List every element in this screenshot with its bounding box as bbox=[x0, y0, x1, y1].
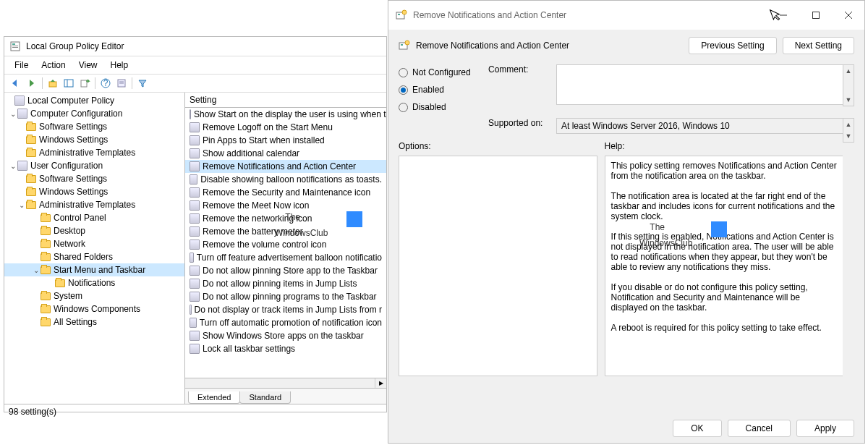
tab-extended[interactable]: Extended bbox=[188, 391, 240, 404]
setting-icon bbox=[190, 318, 197, 328]
scroll-up-button[interactable]: ▲ bbox=[843, 119, 854, 130]
tree-item[interactable]: All Settings bbox=[4, 315, 184, 329]
setting-row[interactable]: Remove the networking icon bbox=[185, 212, 386, 225]
setting-row[interactable]: Pin Apps to Start when installed bbox=[185, 134, 386, 147]
setting-icon bbox=[190, 344, 200, 354]
folder-icon bbox=[41, 240, 51, 248]
setting-row[interactable]: Remove the battery meter bbox=[185, 225, 386, 238]
setting-icon bbox=[190, 253, 194, 263]
computer-icon bbox=[17, 109, 27, 119]
tree-root[interactable]: Local Computer Policy bbox=[4, 94, 184, 107]
scroll-down-button[interactable]: ▼ bbox=[843, 94, 854, 106]
show-hide-tree-button[interactable] bbox=[61, 77, 76, 90]
setting-label: Do not display or track items in Jump Li… bbox=[195, 305, 382, 315]
apply-button[interactable]: Apply bbox=[796, 420, 854, 437]
tree-item[interactable]: Software Settings bbox=[4, 120, 184, 133]
setting-row[interactable]: Lock all taskbar settings bbox=[185, 342, 386, 355]
folder-icon bbox=[41, 292, 51, 300]
list-column-header[interactable]: Setting bbox=[185, 93, 386, 108]
tree-start-menu-taskbar[interactable]: ⌄Start Menu and Taskbar bbox=[4, 263, 184, 276]
tree-notifications[interactable]: Notifications bbox=[4, 276, 184, 289]
help-button[interactable]: ? bbox=[98, 77, 113, 90]
radio-disabled[interactable]: Disabled bbox=[399, 102, 485, 112]
tree-item[interactable]: System bbox=[4, 289, 184, 302]
setting-row[interactable]: Turn off automatic promotion of notifica… bbox=[185, 316, 386, 329]
ok-button[interactable]: OK bbox=[673, 420, 721, 437]
setting-row[interactable]: Do not display or track items in Jump Li… bbox=[185, 303, 386, 316]
tree-panel[interactable]: Local Computer Policy ⌄Computer Configur… bbox=[4, 93, 185, 404]
setting-icon bbox=[190, 226, 200, 237]
tree-item[interactable]: Network bbox=[4, 237, 184, 250]
setting-label: Remove the volume control icon bbox=[203, 240, 326, 250]
tree-item[interactable]: Windows Settings bbox=[4, 133, 184, 146]
setting-row[interactable]: Turn off feature advertisement balloon n… bbox=[185, 251, 386, 264]
folder-icon bbox=[41, 305, 51, 313]
tree-item[interactable]: Windows Settings bbox=[4, 185, 184, 198]
gpedit-toolbar: ? bbox=[4, 75, 386, 93]
policy-dialog: Remove Notifications and Action Center R… bbox=[388, 0, 865, 444]
setting-row[interactable]: Remove the Security and Maintenance icon bbox=[185, 186, 386, 199]
tree-item[interactable]: Shared Folders bbox=[4, 250, 184, 263]
settings-list[interactable]: Show Start on the display the user is us… bbox=[185, 108, 386, 378]
policy-icon bbox=[399, 40, 410, 51]
tab-standard[interactable]: Standard bbox=[239, 391, 291, 404]
menu-file[interactable]: File bbox=[9, 59, 34, 72]
tree-item[interactable]: Software Settings bbox=[4, 172, 184, 185]
export-button[interactable] bbox=[77, 77, 92, 90]
options-pane bbox=[399, 156, 597, 376]
comment-textarea[interactable]: ▲ ▼ bbox=[556, 64, 843, 105]
radio-enabled[interactable]: Enabled bbox=[399, 85, 485, 95]
tree-admin-templates[interactable]: ⌄Administrative Templates bbox=[4, 198, 184, 211]
previous-setting-button[interactable]: Previous Setting bbox=[689, 37, 776, 54]
scroll-right-button[interactable]: ▶ bbox=[375, 378, 386, 388]
cancel-button[interactable]: Cancel bbox=[728, 420, 791, 437]
setting-row[interactable]: Do not allow pinning Store app to the Ta… bbox=[185, 264, 386, 277]
scroll-down-button[interactable]: ▼ bbox=[843, 130, 854, 142]
forward-button[interactable] bbox=[25, 77, 39, 90]
tree-computer-config[interactable]: ⌄Computer Configuration bbox=[4, 107, 184, 120]
radio-not-configured[interactable]: Not Configured bbox=[399, 67, 485, 77]
next-setting-button[interactable]: Next Setting bbox=[783, 37, 854, 54]
filter-button[interactable] bbox=[135, 77, 150, 90]
setting-label: Do not allow pinning items in Jump Lists bbox=[203, 279, 357, 289]
gpedit-app-icon bbox=[10, 41, 22, 52]
menu-action[interactable]: Action bbox=[35, 59, 71, 72]
setting-label: Remove Logoff on the Start Menu bbox=[203, 122, 333, 132]
menu-view[interactable]: View bbox=[73, 59, 103, 72]
close-button[interactable] bbox=[832, 5, 864, 25]
folder-icon bbox=[26, 201, 36, 209]
setting-row[interactable]: Remove Notifications and Action Center bbox=[185, 160, 386, 173]
setting-row[interactable]: Show Start on the display the user is us… bbox=[185, 108, 386, 121]
settings-list-panel: Setting Show Start on the display the us… bbox=[185, 93, 386, 404]
menu-help[interactable]: Help bbox=[105, 59, 135, 72]
back-button[interactable] bbox=[9, 77, 23, 90]
tree-user-config[interactable]: ⌄User Configuration bbox=[4, 159, 184, 172]
maximize-button[interactable] bbox=[799, 5, 832, 25]
setting-row[interactable]: Disable showing balloon notifications as… bbox=[185, 173, 386, 186]
tree-item[interactable]: Desktop bbox=[4, 224, 184, 237]
properties-button[interactable] bbox=[114, 77, 129, 90]
svg-rect-1 bbox=[12, 43, 15, 45]
setting-row[interactable]: Remove Logoff on the Start Menu bbox=[185, 121, 386, 134]
setting-row[interactable]: Remove the Meet Now icon bbox=[185, 199, 386, 212]
setting-label: Do not allow pinning Store app to the Ta… bbox=[203, 266, 378, 276]
setting-row[interactable]: Do not allow pinning programs to the Tas… bbox=[185, 290, 386, 303]
comment-label: Comment: bbox=[488, 64, 553, 75]
up-button[interactable] bbox=[46, 77, 60, 90]
tree-item[interactable]: Administrative Templates bbox=[4, 146, 184, 159]
tree-item[interactable]: Control Panel bbox=[4, 211, 184, 224]
setting-icon bbox=[190, 187, 200, 198]
setting-row[interactable]: Remove the volume control icon bbox=[185, 238, 386, 251]
svg-rect-4 bbox=[49, 82, 56, 87]
setting-row[interactable]: Show additional calendar bbox=[185, 147, 386, 160]
scroll-up-button[interactable]: ▲ bbox=[843, 65, 854, 77]
setting-row[interactable]: Show Windows Store apps on the taskbar bbox=[185, 329, 386, 342]
setting-label: Show additional calendar bbox=[203, 148, 299, 158]
setting-row[interactable]: Do not allow pinning items in Jump Lists bbox=[185, 277, 386, 290]
svg-text:?: ? bbox=[103, 78, 109, 88]
setting-label: Remove the battery meter bbox=[203, 226, 303, 237]
setting-icon bbox=[190, 135, 200, 145]
setting-icon bbox=[190, 331, 200, 341]
tree-item[interactable]: Windows Components bbox=[4, 302, 184, 315]
setting-label: Disable showing balloon notifications as… bbox=[200, 174, 382, 185]
